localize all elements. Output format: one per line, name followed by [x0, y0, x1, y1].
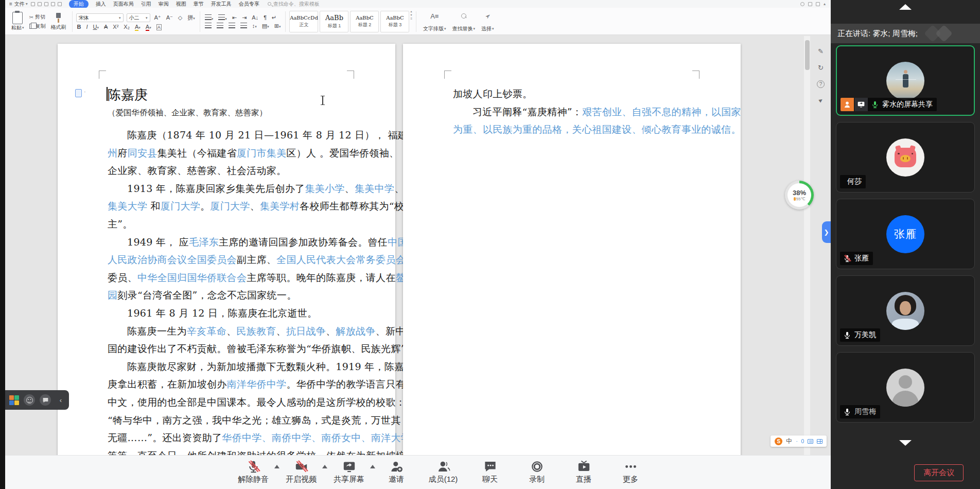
scrollbar-thumb[interactable]	[805, 40, 810, 70]
style-preset-3[interactable]: AaBbC标题 3	[380, 11, 409, 32]
help-icon[interactable]: ?	[817, 80, 825, 88]
participant-tile[interactable]: 何莎	[836, 122, 975, 193]
toolbar-chat-button[interactable]: 聊天	[475, 459, 505, 484]
emoji-button[interactable]	[24, 394, 35, 406]
font-name-select[interactable]: 宋体▾	[76, 13, 124, 22]
borders-icon[interactable]: ⊞▾	[273, 23, 282, 29]
participant-tile[interactable]: 雾水的屏幕共享	[836, 45, 975, 116]
pointer-icon[interactable]: ►	[817, 96, 825, 104]
menu-tab-7[interactable]: 开发工具	[211, 1, 232, 8]
menu-tab-1[interactable]: 插入	[96, 1, 106, 8]
share-options-caret[interactable]	[370, 465, 375, 468]
style-margin-icon[interactable]	[75, 89, 82, 97]
document-page-left[interactable]: 陈嘉庚 （爱国华侨领袖、企业家、教育家、慈善家） 陈嘉庚（1874 年 10 月…	[58, 44, 395, 489]
participant-tile[interactable]: 周雪梅	[836, 352, 975, 423]
bold-button[interactable]: B	[76, 24, 82, 30]
menu-tab-3[interactable]: 引用	[141, 1, 151, 8]
command-search[interactable]: 查找命令、搜索模板	[268, 1, 320, 8]
ime-toolbox-icon[interactable]	[817, 439, 822, 444]
scroll-down-icon[interactable]	[899, 440, 912, 446]
align-left-icon[interactable]	[204, 23, 213, 29]
paste-button[interactable]: 粘贴▾	[9, 11, 26, 32]
battery-widget[interactable]: 38% 55℃	[785, 181, 814, 209]
sort-icon[interactable]: A↓	[251, 14, 259, 21]
format-painter-button[interactable]: 格式刷	[49, 11, 68, 32]
menu-tab-8[interactable]: 会员专享	[239, 1, 259, 8]
text-layout-button[interactable]: A≡ 文字排版▾	[420, 10, 449, 33]
scroll-up-icon[interactable]	[899, 4, 912, 10]
camera-options-caret[interactable]	[322, 465, 327, 468]
italic-button[interactable]: I	[85, 24, 89, 30]
print-icon[interactable]	[38, 2, 42, 6]
file-menu[interactable]: 文件	[14, 1, 25, 8]
toolbar-live-button[interactable]: 直播	[569, 459, 599, 484]
align-right-icon[interactable]	[227, 23, 236, 29]
participant-tile[interactable]: 万美凯	[836, 275, 975, 346]
menu-tab-5[interactable]: 视图	[176, 1, 186, 8]
superscript-button[interactable]: X²	[112, 24, 119, 30]
participant-tile[interactable]: 张雁张雁	[836, 199, 975, 269]
app-grid-icon[interactable]	[9, 395, 19, 405]
increase-indent-icon[interactable]: ⇥	[241, 14, 248, 21]
menu-tab-4[interactable]: 审阅	[159, 1, 169, 8]
font-size-select[interactable]: 小二▾	[127, 13, 150, 22]
copy-button[interactable]: 复制	[29, 23, 46, 30]
ime-bar[interactable]: S 中 ·	[771, 435, 827, 447]
chat-quick-button[interactable]	[40, 394, 51, 406]
unmute-options-caret[interactable]	[274, 465, 279, 468]
leave-meeting-button[interactable]: 离开会议	[914, 464, 964, 481]
shading-icon[interactable]: ▤▾	[261, 23, 270, 29]
align-center-icon[interactable]	[216, 23, 224, 29]
clear-format-icon[interactable]: ◇	[177, 14, 183, 21]
cut-button[interactable]: ✂剪切	[29, 13, 46, 21]
subscript-button[interactable]: X₂	[122, 24, 131, 30]
select-button[interactable]: ➣ 选择▾	[478, 10, 497, 33]
menu-tab-0[interactable]: 开始	[69, 0, 89, 8]
toolbar-share-button[interactable]: 共享屏幕	[334, 459, 364, 484]
collapse-ribbon-icon[interactable]: ▴	[824, 2, 826, 6]
ime-mic-icon[interactable]	[801, 439, 804, 443]
underline-button[interactable]: U▾	[92, 24, 100, 30]
save-icon[interactable]	[31, 2, 35, 6]
bullet-list-icon[interactable]: ▾	[204, 14, 215, 21]
style-preset-1[interactable]: AaBb标题 1	[320, 11, 348, 32]
decrease-indent-icon[interactable]: ⇤	[231, 14, 238, 21]
toolbar-members-button[interactable]: 成员(12)	[428, 459, 458, 484]
style-preset-2[interactable]: AaBbC标题 2	[350, 11, 379, 32]
undo-icon[interactable]	[51, 2, 55, 6]
collapse-quickbar-icon[interactable]: ‹	[56, 393, 66, 407]
ime-keyboard-icon[interactable]	[808, 439, 813, 444]
toolbar-record-button[interactable]: 录制	[522, 459, 552, 484]
history-icon[interactable]: ↻	[818, 64, 824, 72]
find-replace-button[interactable]: 查找替换▾	[449, 10, 479, 33]
sogou-logo-icon[interactable]: S	[775, 438, 782, 445]
strikethrough-button[interactable]: A	[103, 24, 109, 30]
menu-tab-6[interactable]: 章节	[194, 1, 204, 8]
toolbar-unmute-button[interactable]: 解除静音	[238, 459, 269, 484]
styles-scroll[interactable]: ▴▾≡	[410, 10, 412, 33]
account-icon[interactable]	[800, 2, 804, 6]
quick-access-toolbar[interactable]	[31, 2, 62, 6]
style-preset-0[interactable]: AaBbCcDd正文	[289, 11, 318, 32]
decrease-font-icon[interactable]: A⁻	[165, 14, 174, 21]
document-scrollbar[interactable]	[804, 36, 810, 455]
wrap-icon[interactable]: ↵	[271, 14, 277, 21]
justify-icon[interactable]	[239, 23, 248, 29]
ink-pen-icon[interactable]: ✎	[818, 47, 824, 55]
phonetic-guide-icon[interactable]: 拼▾	[186, 14, 196, 22]
character-border-button[interactable]: A	[155, 24, 163, 30]
show-marks-icon[interactable]: ¶	[262, 14, 268, 21]
font-color-button[interactable]: A▾	[145, 24, 152, 30]
number-list-icon[interactable]: ▾	[217, 14, 228, 21]
toolbar-more-button[interactable]: 更多	[616, 459, 645, 484]
share-doc-icon[interactable]	[816, 2, 820, 6]
ime-mode-label[interactable]: 中	[786, 437, 792, 446]
line-spacing-icon[interactable]: ↕▾	[251, 23, 258, 29]
toolbar-camera-button[interactable]: 开启视频	[286, 459, 317, 484]
main-menu-icon[interactable]: ≡	[9, 1, 12, 7]
expand-panel-tab[interactable]: ❯	[822, 221, 831, 243]
preview-icon[interactable]	[44, 2, 48, 6]
toolbar-invite-button[interactable]: 邀请	[381, 459, 411, 484]
redo-icon[interactable]	[58, 2, 62, 6]
document-page-right[interactable]: 加坡人印上钞票。习近平阐释“嘉庚精神”：艰苦创业、自强不息的精神，以国家为重、以…	[403, 44, 741, 489]
